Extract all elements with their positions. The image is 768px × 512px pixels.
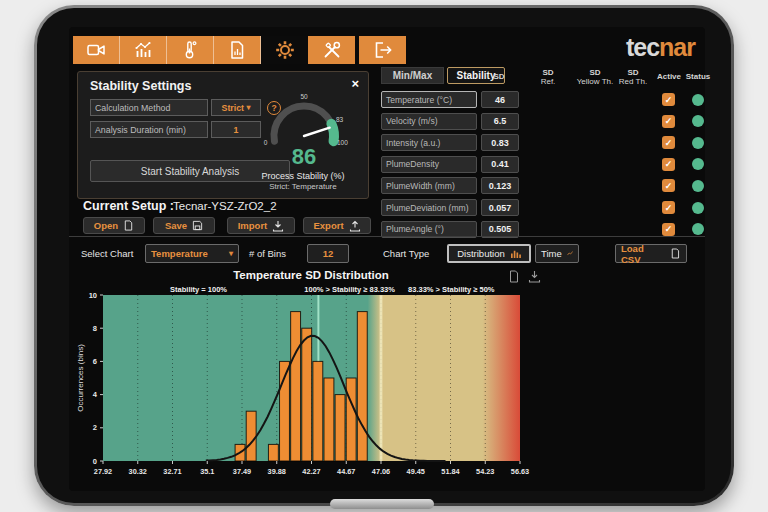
gauge-value: 86	[292, 144, 316, 169]
active-checkbox[interactable]: ✓	[662, 158, 675, 171]
camera-icon	[85, 39, 107, 61]
settings-tab[interactable]	[261, 36, 308, 64]
export-icon	[349, 220, 361, 232]
sd-value: 46	[481, 91, 519, 108]
active-checkbox[interactable]: ✓	[662, 93, 675, 106]
gauge-tick-label: 0	[264, 139, 268, 146]
file-icon	[123, 220, 134, 231]
select-chart-dropdown[interactable]: Temperature ▾	[145, 244, 239, 263]
active-checkbox[interactable]: ✓	[662, 179, 675, 192]
csv-file-icon	[670, 248, 681, 259]
calc-method-value: Strict	[222, 103, 245, 113]
gauge-arc	[331, 124, 334, 141]
sd-row-label[interactable]: Intensity (a.u.)	[381, 134, 477, 151]
active-checkbox[interactable]: ✓	[662, 115, 675, 128]
x-tick-label: 42.27	[302, 467, 320, 476]
app-screen: tecnar Stability Settings × Calculation …	[69, 27, 705, 491]
chart-type-time[interactable]: Time	[535, 244, 579, 263]
x-tick-label: 54.23	[476, 467, 494, 476]
chart-type-label: Chart Type	[383, 248, 429, 259]
exit-icon	[372, 39, 394, 61]
distribution-label: Distribution	[457, 248, 505, 259]
bins-input[interactable]: 12	[307, 244, 349, 263]
open-label: Open	[94, 220, 118, 231]
zone-label: 83.33% > Stability ≥ 50%	[408, 285, 495, 294]
chart-icon	[132, 39, 154, 61]
open-button[interactable]: Open	[83, 217, 145, 234]
time-label: Time	[541, 248, 562, 259]
sd-value: 0.057	[481, 199, 519, 216]
save-icon	[192, 220, 203, 231]
status-indicator	[692, 115, 704, 127]
statistics-tab[interactable]	[120, 36, 167, 64]
export-button[interactable]: Export	[303, 217, 371, 234]
exit-tab[interactable]	[359, 36, 406, 64]
calc-method-label: Calculation Method	[90, 99, 208, 116]
y-axis-label: Occurrences (bins)	[76, 344, 85, 412]
y-tick-label: 8	[93, 324, 97, 333]
status-indicator	[692, 158, 704, 170]
chevron-down-icon: ▾	[229, 249, 233, 258]
report-tab[interactable]	[214, 36, 261, 64]
current-setup-value: Tecnar-YSZ-ZrO2_2	[173, 200, 277, 212]
bins-label: # of Bins	[249, 248, 286, 259]
x-tick-label: 32.71	[163, 467, 181, 476]
histogram-bar	[291, 312, 301, 461]
status-indicator	[692, 137, 704, 149]
camera-tab[interactable]	[73, 36, 120, 64]
current-setup-label: Current Setup :	[83, 199, 174, 213]
time-series-icon	[567, 248, 573, 259]
sd-row-label[interactable]: PlumeDeviation (mm)	[381, 199, 477, 216]
save-label: Save	[165, 220, 187, 231]
histogram-bar	[313, 361, 323, 461]
column-header: SD	[471, 72, 527, 81]
sd-value: 0.83	[481, 134, 519, 151]
report-icon	[226, 39, 248, 61]
load-csv-button[interactable]: Load CSV	[615, 244, 687, 263]
active-checkbox[interactable]: ✓	[662, 136, 675, 149]
active-checkbox[interactable]: ✓	[662, 201, 675, 214]
tools-icon	[321, 39, 343, 61]
x-tick-label: 39.88	[268, 467, 286, 476]
sd-row-label[interactable]: Velocity (m/s)	[381, 113, 477, 130]
select-chart-label: Select Chart	[81, 248, 133, 259]
y-tick-label: 6	[93, 357, 97, 366]
x-tick-label: 51.84	[441, 467, 460, 476]
x-tick-label: 37.49	[233, 467, 251, 476]
sd-distribution-chart: Temperature SD Distribution Stability = …	[73, 267, 705, 489]
x-tick-label: 30.32	[129, 467, 147, 476]
sd-row-label[interactable]: PlumeWidth (mm)	[381, 177, 477, 194]
y-tick-label: 0	[93, 457, 97, 466]
x-tick-label: 47.06	[372, 467, 390, 476]
gauge-tick-label: 100	[337, 139, 348, 146]
tablet-frame: tecnar Stability Settings × Calculation …	[34, 5, 734, 506]
main-toolbar	[73, 36, 355, 64]
maintenance-tab[interactable]	[308, 36, 355, 64]
gear-icon	[273, 38, 297, 62]
import-button[interactable]: Import	[227, 217, 295, 234]
gauge-caption: Process Stability (%)	[236, 171, 370, 181]
status-indicator	[692, 202, 704, 214]
y-tick-label: 4	[93, 390, 98, 399]
thermometer-icon	[179, 39, 201, 61]
gauge-tick-label: 83	[336, 116, 344, 123]
histogram-bar	[302, 328, 312, 461]
status-indicator	[692, 94, 704, 106]
histogram-bar	[268, 444, 278, 461]
temperature-tab[interactable]	[167, 36, 214, 64]
x-tick-label: 27.92	[94, 467, 112, 476]
sd-row-label[interactable]: Temperature (°C)	[381, 91, 477, 108]
histogram-bar	[335, 395, 345, 461]
logo-tec: tec	[626, 33, 659, 61]
sd-row-label[interactable]: PlumeDensity	[381, 156, 477, 173]
sd-value: 6.5	[481, 113, 519, 130]
chart-title: Temperature SD Distribution	[73, 269, 549, 281]
export-label: Export	[313, 220, 343, 231]
duration-label: Analysis Duration (min)	[90, 121, 208, 138]
y-tick-label: 10	[89, 291, 97, 300]
tablet-stand	[330, 499, 434, 509]
tab-minmax[interactable]: Min/Max	[381, 67, 444, 84]
save-button[interactable]: Save	[153, 217, 215, 234]
chart-type-distribution[interactable]: Distribution	[447, 244, 531, 263]
active-checkbox[interactable]: ✓	[662, 223, 675, 236]
